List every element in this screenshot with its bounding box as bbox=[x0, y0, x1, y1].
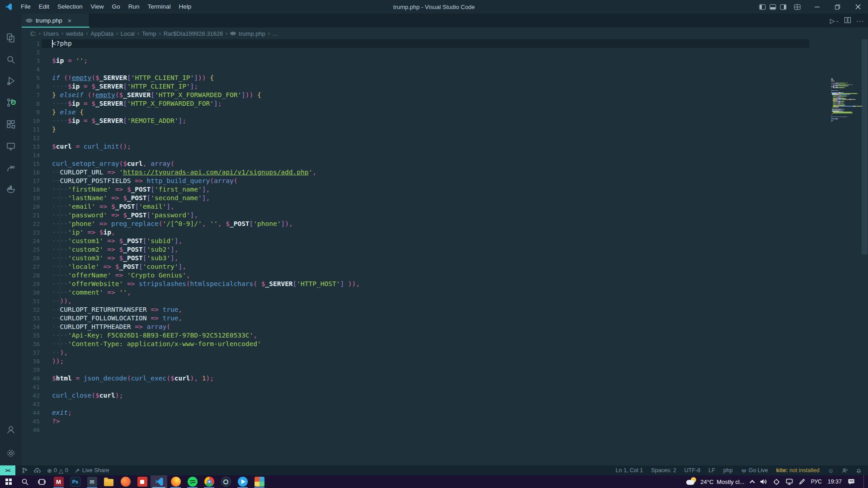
volume-icon[interactable] bbox=[760, 479, 767, 485]
toggle-sidebar-icon[interactable] bbox=[757, 0, 768, 14]
toggle-secondary-sidebar-icon[interactable] bbox=[778, 0, 788, 14]
taskbar-app-mosaic[interactable] bbox=[251, 475, 268, 488]
tray-app-icon[interactable] bbox=[773, 479, 780, 485]
code-line: 28····'offerName' => 'Crypto Genius', bbox=[22, 271, 868, 280]
menu-go[interactable]: Go bbox=[108, 0, 124, 14]
tab-trump-php[interactable]: trump.php × bbox=[22, 14, 90, 28]
breadcrumb-segment[interactable]: Users bbox=[43, 30, 59, 37]
live-share-icon[interactable] bbox=[0, 159, 22, 177]
taskbar-search-icon[interactable] bbox=[17, 475, 33, 488]
line-number: 13 bbox=[22, 142, 40, 151]
more-actions-icon[interactable]: ··· bbox=[856, 17, 864, 24]
accounts-icon[interactable] bbox=[0, 421, 22, 439]
tab-close-icon[interactable]: × bbox=[68, 17, 72, 24]
explorer-icon[interactable] bbox=[0, 29, 22, 47]
pen-icon[interactable] bbox=[799, 479, 805, 485]
menu-help[interactable]: Help bbox=[175, 0, 195, 14]
source-control-branch-item[interactable] bbox=[22, 467, 28, 474]
minimize-button[interactable] bbox=[807, 0, 827, 14]
line-number: 35 bbox=[22, 331, 40, 340]
menu-selection[interactable]: Selection bbox=[53, 0, 87, 14]
taskbar-app-photoshop[interactable]: Ps bbox=[67, 475, 84, 488]
indentation-indicator[interactable]: Spaces: 2 bbox=[651, 467, 676, 474]
breadcrumb-separator-icon: › bbox=[61, 30, 63, 37]
scrollbar-thumb[interactable] bbox=[862, 30, 868, 254]
split-editor-icon[interactable] bbox=[844, 17, 851, 25]
menu-terminal[interactable]: Terminal bbox=[143, 0, 175, 14]
go-live-item[interactable]: Go Live bbox=[741, 467, 768, 474]
weather-widget[interactable]: 24°C Mostly cl... bbox=[686, 477, 744, 486]
taskbar-app-chrome[interactable] bbox=[201, 475, 217, 488]
menu-run[interactable]: Run bbox=[124, 0, 144, 14]
feedback-smiley-icon[interactable]: ☺ bbox=[828, 467, 834, 474]
line-col-indicator[interactable]: Ln 1, Col 1 bbox=[616, 467, 643, 474]
tab-bar: trump.php × ▷⌄ ··· bbox=[22, 14, 868, 28]
code-line: 16··CURLOPT_URL => 'https://tyourads-api… bbox=[22, 168, 868, 177]
source-control-icon[interactable] bbox=[0, 94, 22, 112]
publish-item[interactable] bbox=[34, 468, 41, 474]
person-icon[interactable] bbox=[842, 468, 848, 474]
tray-expand-chevron-icon[interactable] bbox=[750, 480, 755, 485]
taskbar-app-m[interactable]: M bbox=[50, 475, 67, 488]
problems-item[interactable]: ⊗ 0 △ 0 bbox=[47, 467, 68, 474]
vertical-scrollbar[interactable] bbox=[861, 28, 868, 475]
taskbar-app-orange-icon bbox=[121, 477, 131, 487]
breadcrumb-symbol-tail[interactable]: ... bbox=[273, 30, 278, 37]
customize-layout-icon[interactable] bbox=[792, 0, 802, 14]
close-button[interactable] bbox=[848, 0, 868, 14]
settings-gear-icon[interactable] bbox=[0, 444, 22, 462]
restore-button[interactable] bbox=[827, 0, 848, 14]
kite-status[interactable]: kite: not installed bbox=[776, 467, 820, 474]
toggle-panel-icon[interactable] bbox=[768, 0, 778, 14]
extensions-icon[interactable] bbox=[0, 115, 22, 133]
taskbar-app-steam[interactable] bbox=[217, 475, 234, 488]
run-debug-icon[interactable] bbox=[0, 72, 22, 90]
search-icon[interactable] bbox=[0, 51, 22, 69]
menu-edit[interactable]: Edit bbox=[35, 0, 53, 14]
warnings-icon: △ bbox=[59, 467, 63, 474]
taskbar-app-firefox[interactable] bbox=[167, 475, 184, 488]
taskbar-app-telegram[interactable] bbox=[234, 475, 251, 488]
line-number: 40 bbox=[22, 374, 40, 383]
breadcrumb-file[interactable]: trump.php bbox=[239, 30, 265, 37]
menu-view[interactable]: View bbox=[87, 0, 108, 14]
docker-icon[interactable] bbox=[0, 180, 22, 198]
code-editor[interactable]: 1<?php23$ip = '';45if (!empty($_SERVER['… bbox=[22, 39, 868, 475]
remote-explorer-icon[interactable] bbox=[0, 137, 22, 155]
language-indicator[interactable]: php bbox=[723, 467, 733, 474]
start-button[interactable] bbox=[0, 475, 17, 488]
line-number: 8 bbox=[22, 99, 40, 108]
code-line: 19····'lastName' => $_POST['second_name'… bbox=[22, 194, 868, 202]
language-indicator-tray[interactable]: РУС bbox=[811, 479, 822, 485]
line-number: 11 bbox=[22, 125, 40, 134]
network-icon[interactable] bbox=[786, 479, 793, 485]
taskbar-app-spotify[interactable] bbox=[184, 475, 201, 488]
breadcrumb-segment[interactable]: webda bbox=[66, 30, 83, 37]
eol-indicator[interactable]: LF bbox=[708, 467, 715, 474]
breadcrumb-segment[interactable]: Local bbox=[121, 30, 135, 37]
breadcrumb-segment[interactable]: Temp bbox=[142, 30, 156, 37]
breadcrumb-segment[interactable]: C: bbox=[30, 30, 36, 37]
task-view-icon[interactable] bbox=[33, 475, 50, 488]
taskbar-app-orange[interactable] bbox=[117, 475, 134, 488]
show-desktop-strip[interactable] bbox=[863, 475, 865, 488]
run-code-button[interactable]: ▷⌄ bbox=[830, 17, 839, 24]
encoding-indicator[interactable]: UTF-8 bbox=[684, 467, 700, 474]
menu-file[interactable]: File bbox=[17, 0, 35, 14]
taskbar-app-vscode[interactable] bbox=[151, 475, 167, 488]
clock[interactable]: 19:37 bbox=[828, 479, 842, 485]
taskbar-app-mail[interactable]: ✉ bbox=[84, 475, 100, 488]
notifications-bell-icon[interactable] bbox=[856, 468, 862, 474]
line-number: 5 bbox=[22, 74, 40, 82]
taskbar-app-file-explorer[interactable] bbox=[100, 475, 117, 488]
remote-indicator[interactable]: >< bbox=[0, 465, 15, 475]
live-share-item[interactable]: Live Share bbox=[75, 467, 109, 474]
breadcrumb-segment[interactable]: AppData bbox=[90, 30, 113, 37]
taskbar-app-spotify-icon bbox=[188, 477, 198, 487]
taskbar-app-red[interactable] bbox=[134, 475, 151, 488]
breadcrumb-segment[interactable]: Rar$DIa199928.31626 bbox=[164, 30, 223, 37]
run-dropdown-caret[interactable]: ⌄ bbox=[835, 19, 839, 23]
code-line: 10····$ip = $_SERVER['REMOTE_ADDR']; bbox=[22, 117, 868, 125]
action-center-icon[interactable] bbox=[848, 479, 855, 485]
line-number: 3 bbox=[22, 56, 40, 65]
